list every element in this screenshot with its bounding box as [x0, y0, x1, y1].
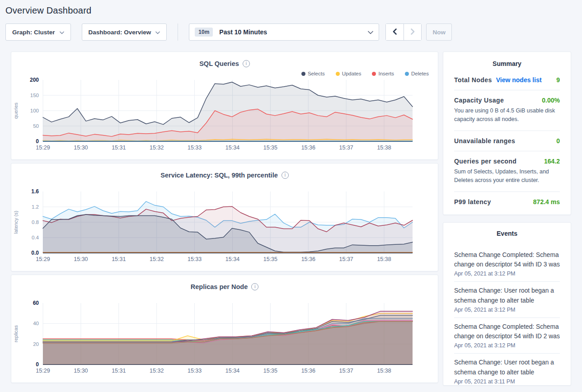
svg-text:queries: queries: [13, 102, 19, 119]
time-next-button[interactable]: [404, 24, 421, 40]
charts-column: SQL Queries i SelectsUpdatesInsertsDelet…: [11, 51, 438, 386]
svg-text:15:37: 15:37: [339, 256, 353, 262]
svg-text:latency (s): latency (s): [13, 211, 19, 234]
event-timestamp: Apr 05, 2021 at 3:11 PM: [454, 378, 560, 385]
chart-title: SQL Queries: [199, 60, 239, 67]
chart-title: Service Latency: SQL, 99th percentile: [160, 172, 278, 179]
dashboard-selector-dropdown[interactable]: Dashboard: Overview: [82, 23, 167, 41]
svg-text:15:38: 15:38: [377, 256, 391, 262]
legend-dot: [336, 72, 340, 76]
service-latency-chart[interactable]: 15:2915:3015:3115:3215:3315:3415:3515:36…: [11, 189, 439, 270]
time-prev-button[interactable]: [386, 24, 404, 40]
legend-dot: [301, 72, 305, 76]
summary-title: Summary: [454, 60, 560, 67]
toolbar-divider: [178, 23, 178, 41]
summary-row-value: 872.4 ms: [533, 198, 560, 205]
view-nodes-list-link[interactable]: View nodes list: [496, 76, 542, 84]
svg-text:15:29: 15:29: [36, 368, 50, 374]
chevron-left-icon: [393, 28, 397, 36]
summary-row-value: 0.00%: [542, 97, 560, 104]
summary-row-value: 9: [556, 76, 560, 84]
events-title: Events: [454, 230, 560, 237]
svg-text:1.2: 1.2: [32, 204, 39, 210]
legend-item-selects[interactable]: Selects: [301, 71, 325, 76]
svg-text:15:36: 15:36: [301, 256, 315, 262]
time-range-badge: 10m: [195, 28, 213, 37]
svg-text:15:35: 15:35: [263, 368, 277, 374]
svg-text:15:33: 15:33: [188, 368, 202, 374]
legend-dot: [372, 72, 376, 76]
svg-text:15:34: 15:34: [225, 256, 239, 262]
replicas-per-node-chart[interactable]: 15:2915:3015:3115:3215:3315:3415:3515:36…: [11, 300, 439, 382]
svg-text:200: 200: [30, 77, 39, 83]
legend-item-inserts[interactable]: Inserts: [372, 71, 394, 76]
svg-text:15:30: 15:30: [74, 145, 88, 151]
svg-text:0.8: 0.8: [32, 219, 39, 225]
info-icon[interactable]: i: [243, 60, 250, 67]
svg-text:40: 40: [33, 321, 39, 326]
svg-text:15:29: 15:29: [36, 256, 50, 262]
svg-text:0: 0: [36, 138, 39, 145]
info-icon[interactable]: i: [282, 172, 289, 179]
events-panel: Events Schema Change Completed: Schema c…: [443, 222, 571, 386]
svg-text:15:36: 15:36: [301, 145, 315, 151]
dashboard-selector-label: Dashboard: Overview: [89, 29, 151, 36]
svg-text:15:34: 15:34: [225, 145, 239, 151]
svg-text:15:37: 15:37: [339, 145, 353, 151]
legend-item-deletes[interactable]: Deletes: [405, 71, 429, 76]
now-button[interactable]: Now: [426, 23, 452, 41]
main-content: SQL Queries i SelectsUpdatesInsertsDelet…: [5, 51, 577, 386]
chart-card-replicas-per-node: Replicas per Node i 15:2915:3015:3115:32…: [11, 275, 438, 383]
toolbar: Graph: Cluster Dashboard: Overview 10m P…: [5, 23, 577, 41]
event-message: Schema Change Completed: Schema change o…: [454, 322, 560, 342]
svg-text:15:38: 15:38: [377, 145, 391, 151]
summary-row-label: Unavailable ranges: [454, 137, 515, 145]
legend-label: Deletes: [411, 71, 429, 76]
svg-text:15:34: 15:34: [225, 368, 239, 374]
summary-row: Queries per second164.2Sum of Selects, U…: [454, 158, 560, 185]
svg-text:15:33: 15:33: [188, 145, 202, 151]
event-timestamp: Apr 05, 2021 at 3:12 PM: [454, 342, 560, 349]
svg-text:150: 150: [30, 93, 39, 98]
info-icon[interactable]: i: [251, 283, 258, 290]
chevron-down-icon: [60, 29, 64, 36]
svg-text:0: 0: [36, 361, 39, 368]
summary-row-subtext: You are using 0 B of 4.5 GiB usable disk…: [454, 107, 560, 124]
svg-text:0.0: 0.0: [31, 250, 39, 256]
svg-text:15:29: 15:29: [36, 145, 50, 151]
sql-queries-chart[interactable]: 15:2915:3015:3115:3215:3315:3415:3515:36…: [11, 77, 439, 159]
chevron-down-icon: [155, 29, 160, 36]
graph-selector-label: Graph: Cluster: [12, 29, 55, 36]
chart-legend: SelectsUpdatesInsertsDeletes: [301, 71, 429, 76]
summary-row-subtext: Sum of Selects, Updates, Inserts, and De…: [454, 168, 560, 185]
svg-text:15:31: 15:31: [112, 368, 126, 374]
svg-text:15:32: 15:32: [150, 368, 164, 374]
divider: [454, 90, 560, 90]
event-item: Schema Change: User root began a schema …: [454, 354, 560, 386]
overview-dashboard-page: Overview Dashboard Graph: Cluster Dashbo…: [0, 0, 582, 386]
event-item: Schema Change: User root began a schema …: [454, 282, 560, 317]
svg-text:1.6: 1.6: [31, 189, 39, 195]
chevron-down-icon: [368, 28, 373, 36]
events-list: Schema Change Completed: Schema change o…: [454, 246, 560, 386]
summary-row-label: P99 latency: [454, 198, 491, 205]
svg-text:20: 20: [33, 341, 39, 347]
time-pager: [385, 23, 422, 41]
right-column: Summary Total NodesView nodes list9Capac…: [443, 51, 571, 386]
chart-title: Replicas per Node: [191, 283, 248, 290]
summary-row-label: Queries per second: [454, 158, 516, 165]
chevron-right-icon: [411, 28, 415, 36]
summary-row: P99 latency872.4 ms: [454, 198, 560, 205]
event-message: Schema Change Completed: Schema change o…: [454, 250, 560, 270]
event-message: Schema Change: User root began a schema …: [454, 358, 560, 378]
time-range-selector[interactable]: 10m Past 10 Minutes: [189, 23, 379, 41]
graph-selector-dropdown[interactable]: Graph: Cluster: [5, 23, 71, 41]
summary-row-value: 0: [556, 137, 560, 145]
page-title: Overview Dashboard: [5, 5, 577, 16]
summary-row: Total NodesView nodes list9: [454, 76, 560, 84]
legend-item-updates[interactable]: Updates: [336, 71, 361, 76]
legend-label: Updates: [342, 71, 361, 76]
summary-row-label: Total Nodes: [454, 76, 492, 84]
svg-text:60: 60: [33, 300, 39, 306]
svg-text:15:31: 15:31: [112, 256, 126, 262]
